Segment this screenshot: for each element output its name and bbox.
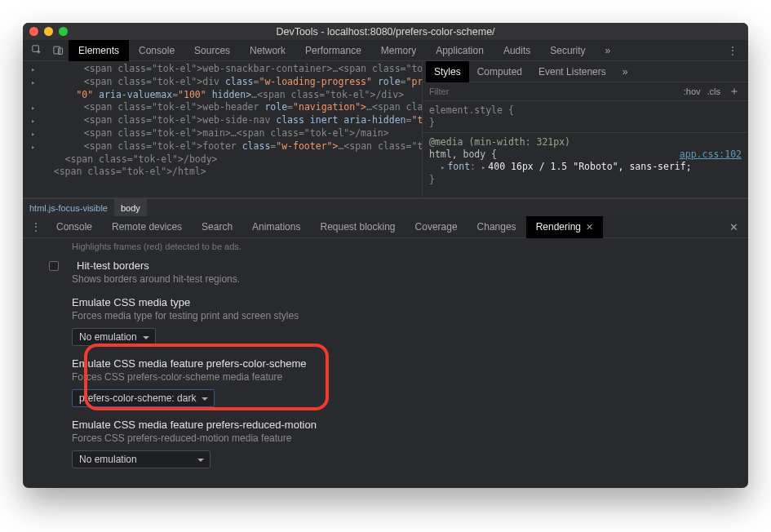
drawer-tab-search[interactable]: Search — [192, 216, 242, 238]
main-tabstrip: Elements Console Sources Network Perform… — [23, 40, 748, 61]
more-options-icon[interactable]: ⋮ — [721, 45, 745, 56]
section-title: Emulate CSS media feature prefers-color-… — [72, 357, 307, 370]
drawer-tab-label: Rendering — [536, 216, 581, 238]
tabs-overflow-icon[interactable]: » — [596, 40, 621, 61]
device-toolbar-icon[interactable] — [47, 40, 69, 61]
section-title: Hit-test borders — [77, 259, 149, 272]
hov-toggle[interactable]: :hov — [684, 86, 701, 96]
window-title: DevTools - localhost:8080/prefers-color-… — [23, 26, 748, 38]
element-style-open: element.style { — [429, 104, 514, 116]
styles-filter-bar: :hov .cls ＋ — [423, 82, 748, 101]
media-query-text: @media (min-width: 321px) — [429, 136, 570, 148]
dom-tree[interactable]: <span class="tok-el">web-snackbar-contai… — [23, 61, 422, 197]
tab-performance[interactable]: Performance — [295, 40, 371, 61]
window-titlebar: DevTools - localhost:8080/prefers-color-… — [23, 23, 748, 40]
drawer-tab-request-blocking[interactable]: Request blocking — [310, 216, 405, 238]
svg-rect-1 — [53, 47, 60, 54]
select-value: prefers-color-scheme: dark — [79, 392, 196, 404]
section-desc: Shows borders around hit-test regions. — [72, 273, 733, 285]
section-desc: Forces CSS prefers-color-scheme media fe… — [72, 371, 733, 383]
tab-network[interactable]: Network — [240, 40, 295, 61]
dom-tree-line[interactable]: "0" aria-valuemax="100" hidden>…<span cl… — [31, 89, 419, 101]
elements-split-pane: <span class="tok-el">web-snackbar-contai… — [23, 61, 748, 198]
breadcrumb-item[interactable]: html.js-focus-visible — [23, 199, 114, 217]
cls-toggle[interactable]: .cls — [707, 86, 721, 96]
breadcrumb-item[interactable]: body — [114, 199, 147, 217]
section-title: Emulate CSS media type — [72, 296, 190, 308]
drawer-tab-animations[interactable]: Animations — [242, 216, 310, 238]
dom-tree-line[interactable]: <span class="tok-el">web-side-nav class … — [31, 114, 419, 127]
drawer-more-icon[interactable]: ⋮ — [26, 221, 47, 233]
styles-panel: Styles Computed Event Listeners » :hov .… — [422, 61, 748, 197]
dom-tree-line[interactable]: <span class="tok-el">/html> — [31, 166, 419, 178]
drawer-tabstrip: ⋮ Console Remote devices Search Animatio… — [23, 216, 748, 238]
tab-security[interactable]: Security — [540, 40, 595, 61]
dom-tree-line[interactable]: <span class="tok-el">main>…<span class="… — [31, 127, 419, 140]
tab-memory[interactable]: Memory — [371, 40, 426, 61]
tab-application[interactable]: Application — [426, 40, 494, 61]
prefers-reduced-motion-select[interactable]: No emulation — [72, 450, 210, 468]
rendering-panel: Highlights frames (red) detected to be a… — [23, 238, 748, 488]
dom-tree-line[interactable]: <span class="tok-el">web-snackbar-contai… — [31, 63, 419, 76]
styles-tab-computed[interactable]: Computed — [469, 61, 530, 82]
tab-console[interactable]: Console — [129, 40, 184, 61]
media-type-select[interactable]: No emulation — [72, 328, 156, 346]
styles-tabstrip: Styles Computed Event Listeners » — [423, 61, 748, 82]
tab-audits[interactable]: Audits — [494, 40, 540, 61]
dom-tree-line[interactable]: <span class="tok-el">div class="w-loadin… — [31, 76, 419, 89]
rule-source-link[interactable]: app.css:102 — [680, 149, 742, 161]
drawer-close-icon[interactable]: ✕ — [723, 221, 745, 233]
tab-elements[interactable]: Elements — [69, 40, 129, 61]
styles-tab-styles[interactable]: Styles — [426, 61, 469, 82]
drawer-tab-console[interactable]: Console — [47, 216, 102, 238]
section-hit-test-borders: Hit-test borders Shows borders around hi… — [72, 259, 733, 285]
select-value: No emulation — [79, 331, 137, 343]
dom-tree-line[interactable]: <span class="tok-el">/body> — [31, 153, 419, 166]
dom-tree-line[interactable]: <span class="tok-el">footer class="w-foo… — [31, 140, 419, 153]
new-style-rule-icon[interactable]: ＋ — [727, 84, 742, 99]
section-title: Emulate CSS media feature prefers-reduce… — [72, 419, 317, 431]
tab-sources[interactable]: Sources — [184, 40, 240, 61]
drawer-tab-coverage[interactable]: Coverage — [405, 216, 467, 238]
css-prop-value[interactable]: 400 16px / 1.5 "Roboto", sans-serif; — [488, 161, 691, 172]
hit-test-checkbox[interactable] — [49, 261, 59, 271]
drawer-tab-changes[interactable]: Changes — [467, 216, 526, 238]
truncated-section-desc: Highlights frames (red) detected to be a… — [72, 242, 733, 251]
styles-filter-input[interactable] — [429, 86, 677, 96]
drawer-tab-rendering[interactable]: Rendering ✕ — [526, 216, 603, 238]
drawer: ⋮ Console Remote devices Search Animatio… — [23, 216, 748, 488]
devtools-window: DevTools - localhost:8080/prefers-color-… — [23, 23, 748, 488]
close-tab-icon[interactable]: ✕ — [586, 216, 593, 238]
prefers-color-scheme-select[interactable]: prefers-color-scheme: dark — [72, 389, 215, 407]
select-value: No emulation — [79, 454, 137, 465]
section-media-type: Emulate CSS media type Forces media type… — [72, 296, 733, 346]
brace-close: } — [429, 117, 435, 128]
rule-selector: html, body { — [429, 149, 497, 160]
section-prefers-reduced-motion: Emulate CSS media feature prefers-reduce… — [72, 419, 733, 468]
section-desc: Forces media type for testing print and … — [72, 310, 733, 321]
section-desc: Forces CSS prefers-reduced-motion media … — [72, 432, 733, 444]
section-prefers-color-scheme: Emulate CSS media feature prefers-color-… — [72, 357, 733, 407]
dom-tree-line[interactable]: <span class="tok-el">web-header role="na… — [31, 101, 419, 114]
drawer-tab-remote-devices[interactable]: Remote devices — [102, 216, 192, 238]
css-prop-name[interactable]: font — [447, 161, 470, 172]
styles-tabs-overflow-icon[interactable]: » — [614, 61, 636, 82]
inspect-element-icon[interactable] — [26, 40, 47, 61]
styles-tab-event-listeners[interactable]: Event Listeners — [530, 61, 614, 82]
styles-rules[interactable]: element.style { } @media (min-width: 321… — [423, 101, 748, 189]
breadcrumb: html.js-focus-visible body — [23, 198, 748, 216]
